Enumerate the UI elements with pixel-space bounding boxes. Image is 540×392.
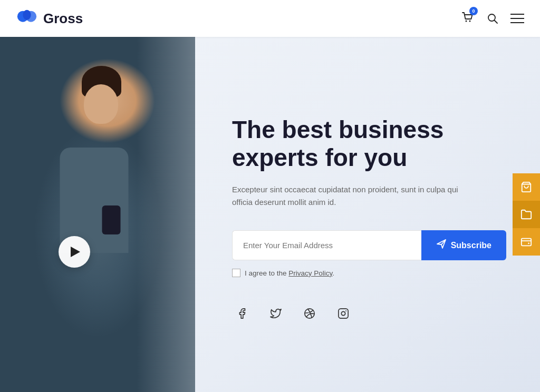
logo-area: Gross bbox=[16, 7, 83, 30]
dribbble-icon[interactable] bbox=[300, 303, 320, 324]
instagram-icon[interactable] bbox=[333, 303, 353, 324]
sidebar-wishlist-button[interactable] bbox=[513, 201, 540, 228]
svg-point-13 bbox=[341, 311, 345, 315]
privacy-policy-link[interactable]: Privacy Policy bbox=[288, 269, 332, 277]
svg-point-17 bbox=[528, 242, 529, 244]
privacy-row: I agree to the Privacy Policy. bbox=[232, 269, 508, 277]
person-phone bbox=[102, 205, 120, 234]
send-icon bbox=[436, 239, 447, 252]
search-button[interactable] bbox=[486, 12, 499, 25]
svg-point-4 bbox=[469, 21, 471, 22]
svg-rect-12 bbox=[339, 309, 348, 318]
sidebar-wallet-button[interactable] bbox=[513, 228, 540, 256]
hero-title: The best business experts for you bbox=[232, 116, 454, 172]
twitter-icon[interactable] bbox=[266, 303, 286, 324]
header-icons: 0 bbox=[460, 10, 524, 27]
privacy-agree-text: I agree to the Privacy Policy. bbox=[245, 269, 334, 277]
sidebar-folder-icon bbox=[520, 209, 532, 220]
social-icons bbox=[232, 303, 508, 324]
sidebar-cart-button[interactable] bbox=[513, 173, 540, 201]
hero-image bbox=[0, 37, 195, 392]
search-icon bbox=[486, 12, 499, 25]
right-panel: The best business experts for you Except… bbox=[195, 37, 540, 392]
sidebar-cart-icon bbox=[520, 181, 532, 193]
cart-button[interactable]: 0 bbox=[460, 10, 475, 27]
play-icon bbox=[71, 247, 80, 257]
hero-subtitle: Excepteur sint occaecat cupidatat non pr… bbox=[232, 183, 459, 210]
logo-icon bbox=[16, 7, 38, 30]
sidebar-wallet-icon bbox=[520, 236, 532, 248]
subscribe-label: Subscribe bbox=[451, 241, 491, 250]
play-button[interactable] bbox=[59, 236, 90, 268]
floating-sidebar bbox=[513, 173, 540, 256]
svg-rect-16 bbox=[522, 239, 531, 246]
svg-point-14 bbox=[345, 310, 346, 311]
svg-point-3 bbox=[466, 21, 467, 22]
header: Gross 0 bbox=[0, 0, 540, 37]
menu-button[interactable] bbox=[510, 13, 524, 24]
person-head bbox=[84, 84, 118, 124]
subscribe-form: Subscribe bbox=[232, 230, 506, 260]
paper-plane-icon bbox=[436, 239, 447, 249]
cart-badge: 0 bbox=[469, 7, 478, 15]
svg-line-6 bbox=[495, 21, 498, 24]
hamburger-icon bbox=[510, 13, 524, 24]
privacy-checkbox[interactable] bbox=[232, 269, 240, 277]
logo-text: Gross bbox=[43, 11, 83, 27]
svg-point-2 bbox=[23, 10, 31, 20]
facebook-icon[interactable] bbox=[232, 303, 252, 324]
subscribe-button[interactable]: Subscribe bbox=[421, 230, 506, 260]
main-content: The best business experts for you Except… bbox=[0, 37, 540, 392]
email-input[interactable] bbox=[232, 230, 421, 260]
